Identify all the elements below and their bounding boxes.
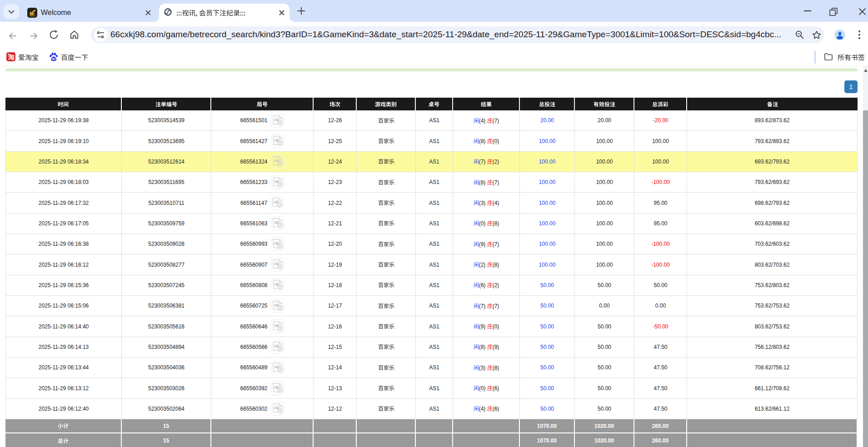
svg-text:du: du: [52, 57, 55, 60]
